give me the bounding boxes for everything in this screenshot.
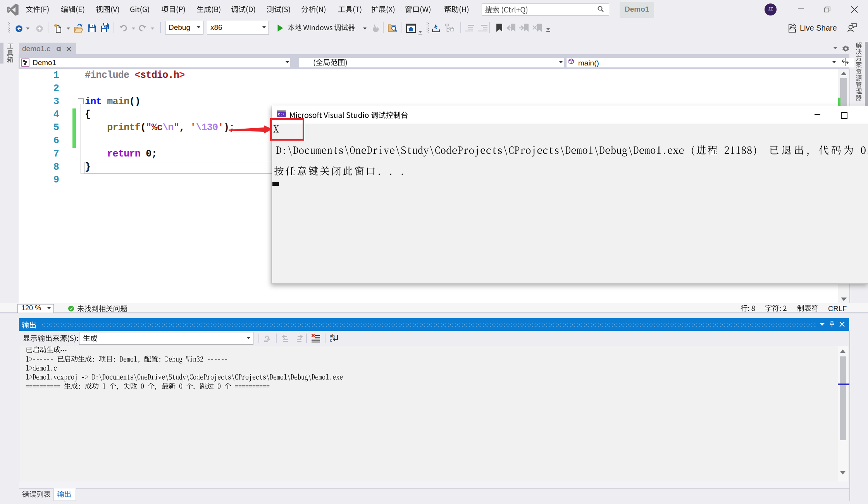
- svg-text:c: c: [330, 338, 332, 342]
